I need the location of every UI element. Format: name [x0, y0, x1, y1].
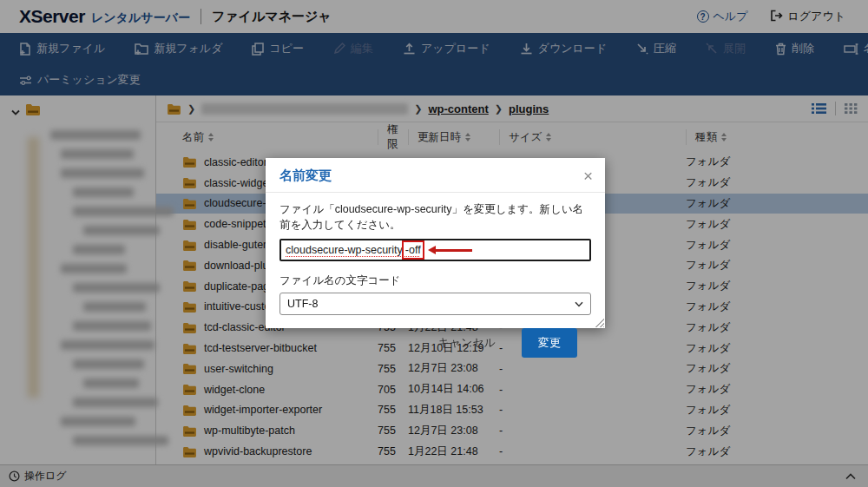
- charset-selected-value: UTF-8: [287, 296, 318, 312]
- rename-dialog-header: 名前変更 ×: [266, 158, 605, 193]
- filename-input[interactable]: cloudsecure-wp-security-off: [279, 239, 591, 261]
- cancel-button[interactable]: キャンセル: [437, 335, 496, 352]
- charset-select[interactable]: UTF-8: [279, 293, 591, 315]
- annotation-arrow-icon: [428, 246, 472, 254]
- rename-dialog-title: 名前変更: [279, 168, 332, 184]
- chevron-down-icon: [575, 296, 583, 312]
- rename-message: ファイル「cloudsecure-wp-security」を変更します。新しい名…: [279, 201, 591, 233]
- charset-label: ファイル名の文字コード: [279, 273, 591, 288]
- close-icon[interactable]: ×: [583, 168, 593, 184]
- filename-value-suffix-highlight: -off: [402, 240, 424, 260]
- rename-dialog: 名前変更 × ファイル「cloudsecure-wp-security」を変更し…: [266, 158, 605, 328]
- submit-rename-button[interactable]: 変更: [522, 328, 577, 358]
- rename-dialog-body: ファイル「cloudsecure-wp-security」を変更します。新しい名…: [266, 193, 605, 358]
- rename-dialog-footer: キャンセル 変更: [279, 315, 591, 358]
- filename-value-base: cloudsecure-wp-security: [286, 242, 403, 258]
